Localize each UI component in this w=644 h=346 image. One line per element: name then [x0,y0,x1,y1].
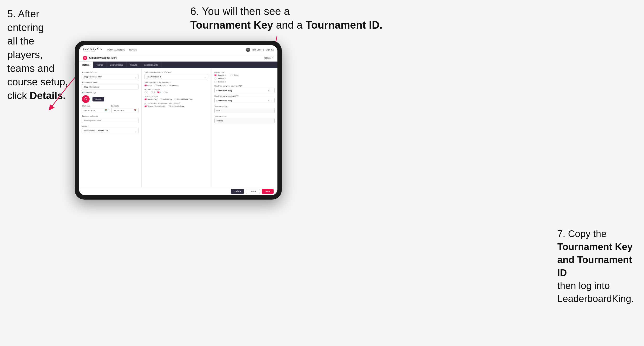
division-select[interactable]: NCAA Division III ⌄ [144,74,208,79]
scoring-medal-radio[interactable] [174,98,176,100]
gender-combined-radio[interactable] [168,84,170,86]
app-logo: SCOREBOARD Powered by clippd [83,48,102,52]
teams-individuals[interactable]: Individuals Only [168,105,184,107]
tournament-id-value: 302051 [214,118,274,123]
gender-combined[interactable]: Combined [168,84,179,86]
nav-right: SI Test User | Sign out [246,48,274,52]
rounds-1[interactable]: 1 [144,91,148,93]
tab-course-setup[interactable]: Course Setup [106,62,127,68]
cancel-button[interactable]: Cancel [246,189,260,194]
rounds-4[interactable]: 4 [164,91,168,93]
sponsor-label: Sponsor (optional) [82,115,138,117]
user-icon: SI [246,48,250,52]
delete-button[interactable]: Delete [231,189,244,194]
tab-teams[interactable]: Teams [93,62,107,68]
format-other[interactable]: Other [230,74,239,76]
start-date-value: Jan 21, 2024 [84,109,95,112]
gender-field: Which gender is the event for? Mens Wome… [144,81,208,86]
name-field: Tournament name [82,81,138,89]
annotation-top-line1: 6. You will then see a [190,5,290,17]
leaderboard-x-1[interactable]: ✕ ⌄ [268,89,272,92]
upload-button[interactable]: Upload [92,97,104,101]
scoring-stroke-label: Stroke Play [148,98,157,100]
rounds-3-label: 3 [160,91,161,93]
logo-field: Tournament logo C Upload [82,91,138,103]
format-field: Format type 5 count 4 Other [214,71,274,83]
format-6count4-radio[interactable] [214,77,216,80]
rounds-2[interactable]: 2 [151,91,154,93]
leaderboard-x-2[interactable]: ✕ ⌄ [268,99,272,102]
save-button[interactable]: Save [262,189,274,194]
nav-links: TOURNAMENTS TEAMS [107,49,246,51]
date-row: Start date Jan 21, 2024 📅 End date Jan 2… [82,105,138,113]
tournament-header: C Clippd Invitational (Men) Cancel ✕ [79,54,278,62]
venue-field: Venue Peachtree GC - Atlanta - GA ⌄ [82,125,138,133]
tournament-title: Clippd Invitational (Men) [89,56,117,59]
format-5count4[interactable]: 5 count 4 [214,74,226,76]
user-name: Test User [252,49,261,51]
scoring-medal[interactable]: Medal Match Play [174,98,193,100]
teams-teams[interactable]: Teams (+Individuals) [144,105,165,107]
rounds-1-radio[interactable] [144,91,147,93]
tournament-key-value: b4fb7 [214,108,274,113]
annotation-top-line2: and a [273,19,306,31]
scoring-match-radio[interactable] [160,98,162,100]
end-date-value: Jan 23, 2024 [114,109,124,112]
host-arrow: ⌄ [135,76,136,78]
format-6count5-label: 6 count 5 [218,81,226,83]
rounds-3[interactable]: 3 [157,91,161,93]
venue-select[interactable]: Peachtree GC - Atlanta - GA ⌄ [82,128,138,133]
gender-combined-label: Combined [170,84,179,86]
tab-leaderboards[interactable]: Leaderboards [141,62,161,68]
nav-link-tournaments[interactable]: TOURNAMENTS [107,49,125,51]
rounds-3-radio[interactable] [157,91,160,93]
sponsor-input[interactable] [82,118,138,123]
scoring-field: Scoring system Stroke Play Match Play [144,95,208,100]
cancel-x-button[interactable]: Cancel ✕ [264,57,274,59]
format-6count5[interactable]: 6 count 5 [214,81,274,83]
rounds-4-radio[interactable] [164,91,166,93]
scoring-stroke[interactable]: Stroke Play [144,98,157,100]
host-select[interactable]: Clippd College - Men ⌄ [82,74,138,79]
leaderboard-select-1[interactable]: Leaderboard King ✕ ⌄ [214,88,274,93]
tournament-icon: C [83,56,87,60]
format-other-radio[interactable] [230,74,233,76]
format-6count4[interactable]: 6 count 4 [214,77,274,80]
division-value: NCAA Division III [147,76,161,78]
name-input[interactable] [82,84,138,89]
gender-womens-radio[interactable] [154,84,157,86]
scoring-stroke-radio[interactable] [144,98,147,100]
start-date-input[interactable]: Jan 21, 2024 📅 [82,108,109,113]
calendar-icon-end: 📅 [134,109,136,112]
gender-mens[interactable]: Mens [144,84,152,86]
gender-label: Which gender is the event for? [144,81,208,83]
venue-arrow: ⌄ [135,130,136,132]
rounds-2-radio[interactable] [151,91,153,93]
calendar-icon: 📅 [105,109,107,112]
venue-value: Peachtree GC - Atlanta - GA [84,130,108,132]
nav-link-teams[interactable]: TEAMS [129,49,137,51]
end-date-input[interactable]: Jan 23, 2024 📅 [111,108,139,113]
gender-womens[interactable]: Womens [154,84,165,86]
leaderboard-select-2[interactable]: Leaderboard King ✕ ⌄ [214,98,274,103]
format-6count5-radio[interactable] [214,81,216,83]
signout-link[interactable]: Sign out [266,49,274,51]
scoring-radio-group: Stroke Play Match Play Medal Match Play [144,98,208,100]
gender-mens-radio[interactable] [144,84,147,86]
division-label: Which division is the event for? [144,71,208,73]
tab-details[interactable]: Details [79,62,93,68]
annotation-top-bold2: Tournament ID. [306,19,382,31]
tab-results[interactable]: Results [127,62,141,68]
right-panel: Format type 5 count 4 Other [212,68,278,187]
annotation-left-line2: all the players, [7,35,43,60]
teams-individuals-radio[interactable] [168,105,170,107]
leaderboard-value-1: Leaderboard King [216,89,232,92]
annotation-top-bold1: Tournament Key [190,19,273,31]
name-label: Tournament name [82,81,138,83]
format-5count4-radio[interactable] [214,74,216,76]
teams-teams-radio[interactable] [144,105,147,107]
format-5count4-label: 5 count 4 [218,74,226,76]
scoring-medal-label: Medal Match Play [177,98,193,100]
scoring-match[interactable]: Match Play [160,98,172,100]
teams-radio-group: Teams (+Individuals) Individuals Only [144,105,208,107]
